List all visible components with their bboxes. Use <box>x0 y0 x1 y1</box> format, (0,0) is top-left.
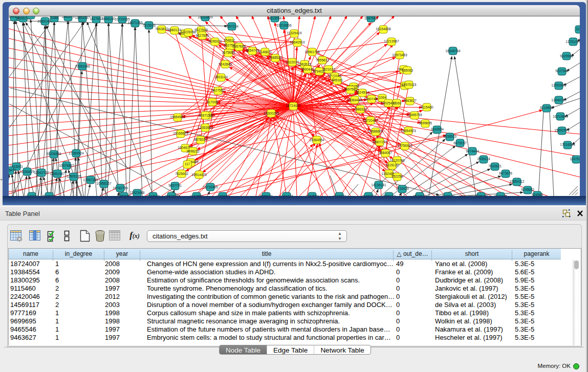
svg-text:10958167: 10958167 <box>96 182 112 185</box>
svg-text:8637940: 8637940 <box>146 194 160 196</box>
svg-text:3389083: 3389083 <box>117 194 130 196</box>
svg-text:1043321: 1043321 <box>25 194 38 196</box>
svg-text:2935114: 2935114 <box>477 157 490 161</box>
svg-text:18807279: 18807279 <box>372 140 387 144</box>
svg-text:185063: 185063 <box>402 69 413 72</box>
svg-text:252254: 252254 <box>391 174 403 178</box>
svg-text:14136141: 14136141 <box>371 183 386 187</box>
svg-text:63018: 63018 <box>26 16 36 17</box>
svg-text:10973493: 10973493 <box>392 53 407 57</box>
svg-text:2087682: 2087682 <box>364 16 378 20</box>
svg-text:8660124: 8660124 <box>168 28 181 32</box>
svg-text:12975115: 12975115 <box>402 83 417 86</box>
svg-text:12942737: 12942737 <box>34 171 49 174</box>
svg-text:10975887: 10975887 <box>59 164 74 167</box>
svg-text:17359924: 17359924 <box>69 151 84 155</box>
svg-text:1187530: 1187530 <box>570 157 580 161</box>
svg-text:9084067: 9084067 <box>379 151 392 155</box>
svg-text:345161: 345161 <box>332 78 343 82</box>
svg-text:924565: 924565 <box>532 193 543 196</box>
svg-text:1322037: 1322037 <box>286 60 299 64</box>
svg-text:8938923: 8938923 <box>443 135 456 138</box>
svg-text:8495931: 8495931 <box>259 194 273 196</box>
svg-text:7632621: 7632621 <box>488 164 502 168</box>
svg-text:7101226: 7101226 <box>494 194 507 196</box>
svg-text:19166829: 19166829 <box>173 132 188 135</box>
svg-text:8454749: 8454749 <box>246 49 259 52</box>
svg-text:9427552: 9427552 <box>211 89 225 92</box>
svg-text:10654112: 10654112 <box>510 180 525 183</box>
svg-text:9457791: 9457791 <box>168 184 182 187</box>
svg-text:9827509: 9827509 <box>195 34 209 37</box>
svg-text:9537672: 9537672 <box>413 194 426 196</box>
svg-text:7663822: 7663822 <box>155 27 168 31</box>
svg-text:3675685: 3675685 <box>222 51 235 54</box>
svg-text:8196001: 8196001 <box>42 194 56 196</box>
svg-text:117: 117 <box>185 162 190 166</box>
svg-text:16210643: 16210643 <box>553 115 568 118</box>
svg-text:16671355: 16671355 <box>127 21 143 25</box>
svg-text:6965328: 6965328 <box>474 194 488 196</box>
svg-text:16782759: 16782759 <box>113 186 128 190</box>
svg-text:8878334: 8878334 <box>194 138 207 141</box>
svg-text:18640910: 18640910 <box>290 40 305 44</box>
svg-text:12093872: 12093872 <box>551 83 567 87</box>
svg-text:19384554: 19384554 <box>309 138 324 142</box>
svg-text:154612: 154612 <box>224 38 235 42</box>
svg-text:3915471: 3915471 <box>9 168 16 172</box>
svg-text:17957255: 17957255 <box>83 178 98 182</box>
svg-text:20053346: 20053346 <box>75 64 90 68</box>
svg-text:11156829: 11156829 <box>20 170 35 173</box>
svg-text:1527602: 1527602 <box>90 17 103 20</box>
svg-text:2654235: 2654235 <box>165 194 178 196</box>
svg-text:9227342: 9227342 <box>555 69 569 73</box>
svg-text:7648350: 7648350 <box>362 194 375 196</box>
svg-text:7357224: 7357224 <box>225 25 238 28</box>
svg-text:7955812: 7955812 <box>316 58 329 62</box>
svg-text:7625402: 7625402 <box>175 172 188 176</box>
svg-text:9329966: 9329966 <box>560 54 573 58</box>
svg-text:6479197: 6479197 <box>453 141 467 145</box>
svg-text:8215955: 8215955 <box>540 106 553 110</box>
svg-text:20364436: 20364436 <box>347 98 362 102</box>
svg-text:11325419: 11325419 <box>287 31 302 35</box>
svg-text:9115460: 9115460 <box>420 105 433 109</box>
svg-text:1985379: 1985379 <box>61 16 75 18</box>
svg-text:19756928: 19756928 <box>397 144 412 147</box>
svg-text:15692971: 15692971 <box>554 128 570 132</box>
svg-text:15720407: 15720407 <box>363 119 378 122</box>
svg-text:1161559: 1161559 <box>190 194 203 196</box>
svg-text:13226058: 13226058 <box>181 30 196 34</box>
svg-text:16914479: 16914479 <box>191 173 207 177</box>
svg-text:16154808: 16154808 <box>376 27 391 31</box>
svg-text:15716485: 15716485 <box>203 185 218 189</box>
svg-text:19654923: 19654923 <box>401 129 416 133</box>
svg-text:8267150: 8267150 <box>199 114 212 117</box>
svg-text:2367608: 2367608 <box>232 45 246 48</box>
svg-text:1088: 1088 <box>51 16 58 19</box>
svg-text:1112: 1112 <box>576 27 580 31</box>
svg-text:1621022: 1621022 <box>322 68 335 71</box>
svg-text:917006: 917006 <box>207 100 218 104</box>
svg-text:4238849: 4238849 <box>441 194 454 196</box>
svg-text:0341316: 0341316 <box>280 194 293 196</box>
svg-text:8813054: 8813054 <box>268 16 281 20</box>
svg-text:9463627: 9463627 <box>403 99 417 102</box>
svg-text:12444197: 12444197 <box>551 98 567 102</box>
svg-text:9699695: 9699695 <box>419 121 432 125</box>
svg-text:18300295: 18300295 <box>264 112 279 115</box>
svg-text:4192832: 4192832 <box>333 194 346 196</box>
svg-text:1640954: 1640954 <box>430 127 444 131</box>
svg-text:10025433: 10025433 <box>381 101 396 105</box>
svg-text:3624514: 3624514 <box>356 91 369 94</box>
svg-text:16648784: 16648784 <box>445 49 461 53</box>
svg-text:10688609: 10688609 <box>368 129 383 133</box>
svg-text:20206556: 20206556 <box>46 152 61 156</box>
svg-text:6466160: 6466160 <box>102 17 115 20</box>
svg-text:8196323: 8196323 <box>208 39 222 43</box>
svg-text:10719155: 10719155 <box>115 17 130 21</box>
svg-text:17016504: 17016504 <box>560 143 575 146</box>
svg-text:1615132: 1615132 <box>385 163 399 167</box>
svg-text:8471676: 8471676 <box>499 171 512 175</box>
svg-text:10853287: 10853287 <box>75 16 90 19</box>
